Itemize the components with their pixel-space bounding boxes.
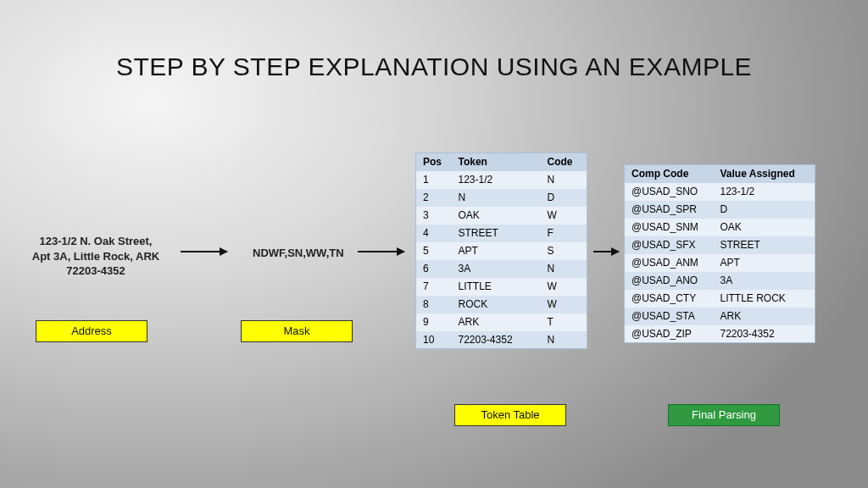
table-cell: 1	[416, 171, 452, 189]
table-cell: STREET	[714, 236, 815, 254]
table-row: @USAD_ANO3A	[625, 272, 815, 290]
table-row: 9ARKT	[416, 313, 587, 331]
table-row: 3OAKW	[416, 207, 587, 225]
arrow-mask-to-token	[358, 251, 404, 252]
table-cell: LITTLE	[452, 278, 541, 296]
table-cell: N	[541, 331, 587, 349]
table-cell: @USAD_SNO	[625, 183, 714, 201]
table-cell: 123-1/2	[714, 183, 815, 201]
table-row: 4STREETF	[416, 225, 587, 242]
table-cell: @USAD_STA	[625, 308, 714, 325]
table-cell: 8	[416, 296, 452, 313]
label-final-parsing: Final Parsing	[668, 404, 780, 426]
token-header-code: Code	[541, 153, 587, 171]
table-row: 1072203-4352N	[416, 331, 587, 349]
mask-value: NDWF,SN,WW,TN	[253, 247, 344, 259]
table-cell: STREET	[452, 225, 541, 242]
label-mask: Mask	[241, 320, 353, 342]
table-cell: 3A	[714, 272, 815, 290]
table-cell: @USAD_ZIP	[625, 325, 714, 343]
table-cell: W	[541, 278, 587, 296]
table-cell: OAK	[452, 207, 541, 225]
table-cell: W	[541, 207, 587, 225]
address-line-1: 123-1/2 N. Oak Street,	[15, 234, 176, 249]
table-cell: 72203-4352	[714, 325, 815, 343]
table-cell: ARK	[452, 313, 541, 331]
table-cell: OAK	[714, 219, 815, 236]
table-cell: S	[541, 242, 587, 260]
address-line-2: Apt 3A, Little Rock, ARK	[15, 249, 176, 264]
address-line-3: 72203-4352	[15, 263, 176, 279]
table-cell: W	[541, 296, 587, 313]
final-header-comp: Comp Code	[625, 165, 714, 183]
table-cell: 3	[416, 207, 452, 225]
table-row: 5APTS	[416, 242, 587, 260]
table-row: @USAD_SNMOAK	[625, 219, 815, 236]
table-cell: 9	[416, 313, 452, 331]
table-cell: 5	[416, 242, 452, 260]
table-cell: N	[541, 171, 587, 189]
table-cell: 123-1/2	[452, 171, 541, 189]
table-cell: 4	[416, 225, 452, 242]
token-header-pos: Pos	[416, 153, 452, 171]
table-cell: F	[541, 225, 587, 242]
label-address: Address	[36, 320, 147, 342]
table-cell: T	[541, 313, 587, 331]
table-row: @USAD_STAARK	[625, 308, 815, 325]
table-cell: 6	[416, 260, 452, 278]
slide-title: STEP BY STEP EXPLANATION USING AN EXAMPL…	[0, 53, 868, 81]
table-row: @USAD_SFXSTREET	[625, 236, 815, 254]
table-row: 7LITTLEW	[416, 278, 587, 296]
table-cell: 10	[416, 331, 452, 349]
table-cell: @USAD_SPR	[625, 201, 714, 219]
table-cell: @USAD_SFX	[625, 236, 714, 254]
table-cell: N	[452, 189, 541, 207]
table-cell: 2	[416, 189, 452, 207]
table-cell: ARK	[714, 308, 815, 325]
table-row: @USAD_CTYLITTLE ROCK	[625, 290, 815, 308]
final-header-value: Value Assigned	[714, 165, 815, 183]
table-row: @USAD_ZIP72203-4352	[625, 325, 815, 343]
table-cell: @USAD_ANO	[625, 272, 714, 290]
table-row: 63AN	[416, 260, 587, 278]
table-row: @USAD_SPRD	[625, 201, 815, 219]
table-cell: @USAD_CTY	[625, 290, 714, 308]
table-row: 8ROCKW	[416, 296, 587, 313]
table-cell: 3A	[452, 260, 541, 278]
table-cell: N	[541, 260, 587, 278]
final-parsing-table: Comp Code Value Assigned @USAD_SNO123-1/…	[624, 164, 815, 343]
address-example: 123-1/2 N. Oak Street, Apt 3A, Little Ro…	[15, 234, 176, 279]
table-cell: ROCK	[452, 296, 541, 313]
table-cell: D	[714, 201, 815, 219]
table-cell: @USAD_ANM	[625, 254, 714, 272]
arrow-token-to-final	[593, 251, 619, 252]
table-cell: D	[541, 189, 587, 207]
arrow-address-to-mask	[181, 251, 227, 252]
label-token-table: Token Table	[454, 404, 566, 426]
table-row: @USAD_ANMAPT	[625, 254, 815, 272]
table-cell: @USAD_SNM	[625, 219, 714, 236]
table-cell: LITTLE ROCK	[714, 290, 815, 308]
table-row: 1123-1/2N	[416, 171, 587, 189]
table-cell: APT	[452, 242, 541, 260]
table-cell: 7	[416, 278, 452, 296]
table-cell: 72203-4352	[452, 331, 541, 349]
table-cell: APT	[714, 254, 815, 272]
table-row: 2ND	[416, 189, 587, 207]
token-table: Pos Token Code 1123-1/2N2ND3OAKW4STREETF…	[415, 152, 587, 349]
token-header-token: Token	[452, 153, 541, 171]
table-row: @USAD_SNO123-1/2	[625, 183, 815, 201]
